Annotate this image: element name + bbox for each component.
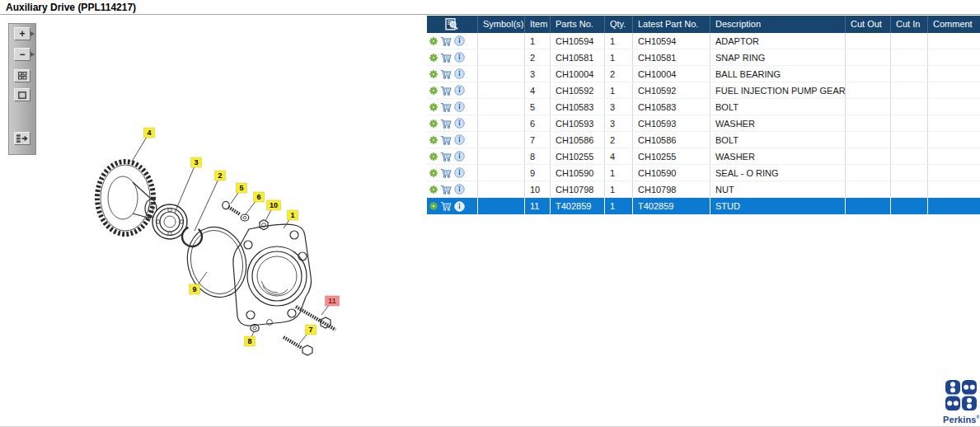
cell-symbols	[478, 132, 525, 148]
washer-part-6[interactable]	[241, 214, 249, 221]
cell-qty: 3	[605, 99, 633, 115]
zoom-out-button[interactable]: −	[14, 48, 30, 61]
table-row[interactable]: 1 CH10594 1 CH10594 ADAPTOR	[427, 33, 980, 49]
table-row[interactable]: 10 CH10798 1 CH10798 NUT	[427, 181, 980, 198]
cell-symbols	[478, 198, 525, 214]
cell-symbols	[478, 82, 525, 98]
gear-icon[interactable]	[429, 103, 438, 111]
shopping-cart-icon[interactable]	[440, 36, 452, 46]
info-icon[interactable]	[454, 151, 465, 162]
shopping-cart-icon[interactable]	[440, 135, 452, 145]
balloon-8[interactable]: 8	[245, 331, 256, 346]
info-icon[interactable]	[454, 52, 465, 63]
cell-description: ADAPTOR	[710, 33, 846, 49]
shopping-cart-icon[interactable]	[440, 152, 452, 162]
gear-icon[interactable]	[429, 169, 438, 177]
shopping-cart-icon[interactable]	[440, 168, 452, 178]
info-icon[interactable]	[454, 167, 465, 178]
table-row[interactable]: 3 CH10004 2 CH10004 BALL BEARING	[427, 66, 980, 82]
cell-cut-out	[846, 181, 891, 197]
info-icon[interactable]	[454, 118, 465, 129]
cell-qty: 1	[605, 82, 633, 98]
cell-cut-in	[891, 165, 928, 181]
info-icon[interactable]	[454, 68, 465, 79]
zoom-window-button[interactable]	[14, 88, 30, 101]
table-row[interactable]: 2 CH10581 1 CH10581 SNAP RING	[427, 49, 980, 66]
cell-symbols	[478, 181, 525, 197]
balloon-5[interactable]: 5	[231, 183, 247, 204]
info-icon[interactable]	[454, 101, 465, 112]
shopping-cart-icon[interactable]	[440, 53, 452, 63]
cell-comment	[928, 33, 980, 49]
balloon-2[interactable]: 2	[195, 171, 226, 231]
table-row[interactable]: 9 CH10590 1 CH10590 SEAL - O RING	[427, 165, 980, 181]
svg-text:2: 2	[218, 171, 222, 180]
row-actions	[427, 33, 478, 49]
svg-text:10: 10	[270, 201, 278, 209]
column-header-item: Item	[525, 16, 551, 33]
shopping-cart-icon[interactable]	[440, 185, 452, 195]
cell-cut-out	[846, 115, 891, 131]
balloon-9[interactable]: 9	[190, 272, 208, 294]
table-row[interactable]: 11 T402859 1 T402859 STUD	[427, 198, 980, 214]
zoom-in-button[interactable]: +	[14, 27, 30, 40]
shopping-cart-icon[interactable]	[440, 201, 452, 211]
cell-cut-in	[891, 115, 928, 131]
info-icon[interactable]	[454, 201, 465, 212]
tiles-icon	[18, 72, 27, 80]
cell-cut-in	[891, 181, 928, 197]
row-actions	[427, 165, 478, 181]
gear-icon[interactable]	[429, 120, 438, 128]
cell-qty: 3	[605, 115, 633, 131]
table-row[interactable]: 5 CH10583 3 CH10583 BOLT	[427, 99, 980, 115]
balloon-10[interactable]: 10	[265, 200, 281, 221]
shopping-cart-icon[interactable]	[440, 69, 452, 79]
svg-text:5: 5	[239, 184, 243, 192]
cell-parts-no: CH10255	[551, 148, 605, 164]
cell-description: WASHER	[710, 148, 846, 164]
balloon-7[interactable]: 7	[299, 325, 317, 344]
gear-icon[interactable]	[429, 87, 438, 95]
balloon-11[interactable]: 11	[321, 296, 340, 315]
info-icon[interactable]	[454, 85, 465, 96]
shopping-cart-icon[interactable]	[440, 119, 452, 129]
balloon-3[interactable]: 3	[175, 157, 202, 213]
balloon-4[interactable]: 4	[132, 128, 155, 162]
fuel-injection-pump-gear-part[interactable]	[97, 162, 157, 234]
cell-parts-no: CH10593	[551, 115, 605, 131]
cell-parts-no: CH10581	[551, 49, 605, 65]
table-row[interactable]: 8 CH10255 4 CH10255 WASHER	[427, 148, 980, 165]
column-header-qty: Qty.	[605, 16, 633, 33]
balloon-6[interactable]: 6	[246, 192, 265, 214]
cell-description: SEAL - O RING	[710, 165, 846, 181]
fit-to-window-button[interactable]	[14, 69, 30, 82]
svg-text:3: 3	[194, 158, 198, 167]
gear-icon[interactable]	[429, 54, 438, 62]
info-icon[interactable]	[454, 184, 465, 195]
info-icon[interactable]	[454, 134, 465, 145]
gear-icon[interactable]	[429, 152, 438, 161]
table-row[interactable]: 7 CH10586 2 CH10586 BOLT	[427, 132, 980, 148]
gear-icon[interactable]	[429, 37, 438, 45]
table-row[interactable]: 4 CH10592 1 CH10592 FUEL INJECTION PUMP …	[427, 82, 980, 99]
toggle-parts-list-button[interactable]	[14, 132, 30, 145]
cell-comment	[928, 148, 980, 164]
gear-icon[interactable]	[429, 136, 438, 144]
bolt-part-7[interactable]	[284, 337, 312, 355]
svg-text:1: 1	[290, 211, 294, 219]
cell-comment	[928, 99, 980, 115]
gear-icon[interactable]	[429, 70, 438, 78]
svg-text:7: 7	[308, 326, 312, 334]
cell-latest-part-no: CH10593	[633, 115, 710, 131]
gear-icon[interactable]	[429, 185, 438, 194]
table-row[interactable]: 6 CH10593 3 CH10593 WASHER	[427, 115, 980, 132]
gear-icon[interactable]	[429, 202, 438, 210]
svg-text:11: 11	[328, 297, 336, 305]
shopping-cart-icon[interactable]	[440, 102, 452, 112]
shopping-cart-icon[interactable]	[440, 86, 452, 96]
nut-part[interactable]	[260, 220, 268, 230]
parts-lookup-icon	[445, 18, 459, 30]
info-icon[interactable]	[454, 35, 465, 46]
cell-description: STUD	[710, 198, 846, 214]
row-actions	[427, 132, 478, 148]
